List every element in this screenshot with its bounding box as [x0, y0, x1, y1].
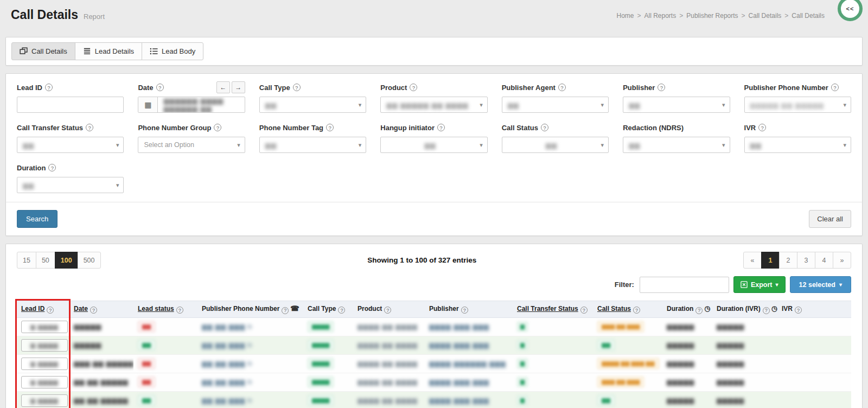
breadcrumb-home[interactable]: Home — [616, 12, 634, 20]
phone-number-group-select[interactable]: Select an Option▾ — [138, 137, 245, 153]
help-icon[interactable] — [48, 164, 56, 171]
table-filter-input[interactable] — [640, 277, 729, 293]
product-select[interactable]: ▆▆ ▆▆▆▆▆ ▆▆ ▆▆▆▆▾ — [380, 97, 487, 113]
page-size-500[interactable]: 500 — [78, 252, 101, 269]
export-button[interactable]: Export ▾ — [733, 276, 786, 293]
pagination-page-4[interactable]: 4 — [815, 252, 833, 269]
lead-id-button[interactable]: ▆ ▆▆▆▆ — [21, 339, 68, 352]
call-transfer-status-select[interactable]: ▆▆▾ — [17, 137, 124, 153]
phone-number-link[interactable]: ▆▆ ▆▆ ▆▆▆ — [202, 360, 245, 368]
date-range-picker[interactable]: ▦ ▆▆▆▆▆▆ ▆▆▆▆ ▆▆▆▆▆▆ ▆▆ — [138, 97, 245, 113]
help-icon[interactable] — [86, 124, 93, 131]
page-size-15[interactable]: 15 — [17, 252, 36, 269]
help-icon[interactable] — [214, 124, 221, 131]
pagination-page-3[interactable]: 3 — [797, 252, 815, 269]
lead-id-button[interactable]: ▆ ▆▆▆▆ — [21, 376, 68, 388]
breadcrumb-call-details[interactable]: Call Details — [749, 12, 782, 20]
lead-id-button[interactable]: ▆ ▆▆▆▆ — [21, 321, 68, 333]
col-date[interactable]: Date — [69, 301, 133, 318]
publisher-select[interactable]: ▆▆▾ — [623, 97, 730, 113]
ivr-select[interactable]: ▆▆▾ — [744, 137, 851, 153]
phone-number-link[interactable]: ▆▆ ▆▆ ▆▆▆ — [202, 341, 245, 350]
help-icon[interactable] — [541, 124, 548, 131]
help-icon[interactable] — [461, 307, 468, 314]
breadcrumb-publisher-reports[interactable]: Publisher Reports — [686, 12, 738, 20]
help-icon[interactable] — [558, 84, 566, 91]
hangup-initiator-select[interactable]: ▆▆▾ — [380, 137, 487, 153]
help-icon[interactable] — [410, 84, 417, 91]
breadcrumb-all-reports[interactable]: All Reports — [644, 12, 676, 20]
help-icon[interactable] — [338, 307, 345, 314]
col-lead-status[interactable]: Lead status — [133, 301, 197, 318]
publisher-link[interactable]: ▆▆▆▆ ▆▆▆ ▆▆▆ — [429, 323, 489, 331]
pagination-prev[interactable]: « — [743, 252, 762, 269]
call-status-select[interactable]: ▆▆▾ — [502, 137, 609, 153]
help-icon[interactable] — [437, 124, 445, 131]
col-publisher-phone-number[interactable]: Publisher Phone Number☎ — [197, 301, 303, 318]
help-icon[interactable] — [326, 124, 334, 131]
help-icon[interactable] — [795, 307, 802, 314]
help-icon[interactable] — [90, 307, 97, 314]
col-call-type[interactable]: Call Type — [303, 301, 353, 318]
copy-icon[interactable]: ⧉ — [247, 341, 253, 349]
copy-icon[interactable]: ⧉ — [247, 397, 253, 404]
phone-number-link[interactable]: ▆▆ ▆▆ ▆▆▆ — [202, 378, 245, 387]
help-icon[interactable] — [658, 84, 665, 91]
col-publisher[interactable]: Publisher — [425, 301, 513, 318]
phone-number-link[interactable]: ▆▆ ▆▆ ▆▆▆ — [202, 397, 245, 405]
help-icon[interactable] — [831, 84, 839, 91]
columns-selected-button[interactable]: 12 selected ▾ — [790, 276, 851, 293]
copy-icon[interactable]: ⧉ — [247, 378, 253, 386]
publisher-agent-select[interactable]: ▆▆▾ — [502, 97, 609, 113]
phone-number-link[interactable]: ▆▆ ▆▆ ▆▆▆ — [202, 323, 245, 331]
pagination-next[interactable]: » — [833, 252, 851, 269]
lead-id-input[interactable] — [17, 97, 124, 113]
page-size-100[interactable]: 100 — [55, 252, 78, 269]
col-call-transfer-status[interactable]: Call Transfer Status — [513, 301, 593, 318]
help-icon[interactable] — [763, 307, 770, 314]
help-icon[interactable] — [580, 307, 588, 314]
phone-number-tag-select[interactable]: ▆▆▾ — [259, 137, 366, 153]
copy-icon[interactable]: ⧉ — [247, 323, 253, 330]
call-type-select[interactable]: ▆▆▾ — [259, 97, 366, 113]
duration-select[interactable]: ▆▆▾ — [17, 177, 124, 193]
copy-icon[interactable]: ⧉ — [247, 360, 253, 367]
tab-call-details[interactable]: Call Details — [11, 42, 75, 60]
col-duration-ivr[interactable]: Duration (IVR)◷ — [712, 301, 777, 318]
tab-lead-body[interactable]: Lead Body — [142, 42, 203, 60]
col-lead-id[interactable]: Lead ID — [17, 301, 69, 318]
tab-lead-details[interactable]: Lead Details — [75, 42, 142, 60]
redaction-ndrs-select[interactable]: ▆▆▾ — [623, 137, 730, 153]
table-row: ▆ ▆▆▆▆▆▆▆ ▆▆ ▆▆▆▆▆▆▆▆▆ ▆▆ ▆▆▆ ⧉▆▆▆▆▆▆▆▆ … — [17, 354, 851, 373]
col-product[interactable]: Product — [353, 301, 425, 318]
help-icon[interactable] — [282, 307, 289, 314]
publisher-link[interactable]: ▆▆▆▆ ▆▆▆ ▆▆▆ — [429, 397, 489, 405]
col-duration[interactable]: Duration◷ — [662, 301, 712, 318]
collapse-sidebar-button[interactable]: << — [838, 0, 863, 21]
help-icon[interactable] — [293, 84, 301, 91]
col-ivr[interactable]: IVR — [777, 301, 851, 318]
help-icon[interactable] — [633, 307, 640, 314]
pagination-page-1[interactable]: 1 — [761, 252, 780, 269]
search-button[interactable]: Search — [17, 210, 58, 228]
date-prev-button[interactable]: ← — [216, 81, 230, 93]
clear-all-button[interactable]: Clear all — [809, 210, 851, 228]
help-icon[interactable] — [695, 307, 703, 314]
help-icon[interactable] — [758, 124, 766, 131]
help-icon[interactable] — [156, 84, 164, 91]
lead-id-button[interactable]: ▆ ▆▆▆▆ — [21, 358, 68, 370]
publisher-phone-number-select[interactable]: ▆▆▆▆▆ ▆▆ ▆▆▆▆▆▾ — [744, 97, 851, 113]
publisher-link[interactable]: ▆▆▆▆ ▆▆▆▆▆▆ ▆▆▆ — [429, 360, 506, 368]
publisher-link[interactable]: ▆▆▆▆ ▆▆▆ ▆▆▆ — [429, 378, 489, 387]
publisher-link[interactable]: ▆▆▆▆ ▆▆▆ ▆▆▆ — [429, 341, 489, 350]
breadcrumb-call-details-current[interactable]: Call Details — [792, 12, 825, 20]
lead-id-button[interactable]: ▆ ▆▆▆▆ — [21, 394, 68, 407]
help-icon[interactable] — [45, 84, 53, 91]
help-icon[interactable] — [176, 307, 183, 314]
help-icon[interactable] — [47, 307, 54, 314]
pagination-page-2[interactable]: 2 — [779, 252, 797, 269]
page-size-50[interactable]: 50 — [36, 252, 55, 269]
col-call-status[interactable]: Call Status — [593, 301, 662, 318]
help-icon[interactable] — [384, 307, 391, 314]
date-next-button[interactable]: → — [232, 81, 245, 93]
